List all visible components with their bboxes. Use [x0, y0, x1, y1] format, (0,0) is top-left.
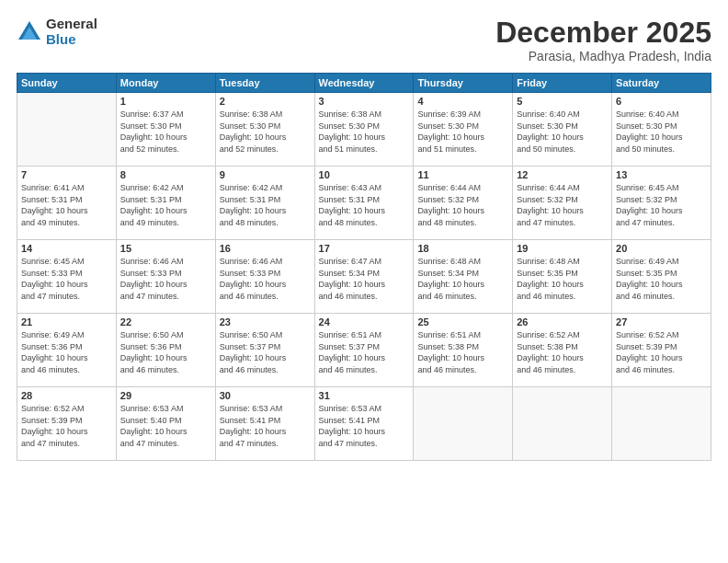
- calendar-week-row: 7Sunrise: 6:41 AM Sunset: 5:31 PM Daylig…: [17, 167, 711, 240]
- table-row: 23Sunrise: 6:50 AM Sunset: 5:37 PM Dayli…: [215, 314, 314, 387]
- logo-blue: Blue: [46, 32, 97, 48]
- table-row: 26Sunrise: 6:52 AM Sunset: 5:38 PM Dayli…: [513, 314, 612, 387]
- day-number: 31: [319, 390, 410, 401]
- calendar-week-row: 1Sunrise: 6:37 AM Sunset: 5:30 PM Daylig…: [17, 93, 711, 167]
- day-info: Sunrise: 6:40 AM Sunset: 5:30 PM Dayligh…: [616, 109, 707, 155]
- day-number: 20: [616, 243, 707, 254]
- day-info: Sunrise: 6:51 AM Sunset: 5:37 PM Dayligh…: [319, 329, 410, 375]
- day-number: 28: [21, 390, 112, 401]
- table-row: 22Sunrise: 6:50 AM Sunset: 5:36 PM Dayli…: [116, 314, 215, 387]
- location: Parasia, Madhya Pradesh, India: [495, 49, 711, 63]
- day-info: Sunrise: 6:52 AM Sunset: 5:38 PM Dayligh…: [517, 329, 608, 375]
- table-row: 13Sunrise: 6:45 AM Sunset: 5:32 PM Dayli…: [612, 167, 711, 240]
- day-info: Sunrise: 6:42 AM Sunset: 5:31 PM Dayligh…: [220, 182, 311, 228]
- logo: General Blue: [17, 17, 97, 47]
- header: General Blue December 2025 Parasia, Madh…: [17, 17, 711, 63]
- table-row: 4Sunrise: 6:39 AM Sunset: 5:30 PM Daylig…: [414, 93, 513, 167]
- day-number: 2: [220, 96, 311, 107]
- header-tuesday: Tuesday: [215, 74, 314, 93]
- day-info: Sunrise: 6:46 AM Sunset: 5:33 PM Dayligh…: [120, 256, 211, 302]
- calendar-table: Sunday Monday Tuesday Wednesday Thursday…: [17, 73, 711, 461]
- day-number: 6: [616, 96, 707, 107]
- day-number: 1: [120, 96, 211, 107]
- table-row: 31Sunrise: 6:53 AM Sunset: 5:41 PM Dayli…: [314, 387, 414, 461]
- table-row: 8Sunrise: 6:42 AM Sunset: 5:31 PM Daylig…: [116, 167, 215, 240]
- day-number: 25: [417, 316, 508, 327]
- day-info: Sunrise: 6:43 AM Sunset: 5:31 PM Dayligh…: [319, 182, 410, 228]
- day-number: 17: [319, 243, 410, 254]
- table-row: 19Sunrise: 6:48 AM Sunset: 5:35 PM Dayli…: [513, 240, 612, 314]
- day-info: Sunrise: 6:48 AM Sunset: 5:34 PM Dayligh…: [417, 256, 508, 302]
- day-number: 5: [517, 96, 608, 107]
- day-number: 22: [120, 316, 211, 327]
- table-row: 14Sunrise: 6:45 AM Sunset: 5:33 PM Dayli…: [17, 240, 117, 314]
- day-number: 21: [21, 316, 112, 327]
- day-info: Sunrise: 6:50 AM Sunset: 5:37 PM Dayligh…: [220, 329, 311, 375]
- day-info: Sunrise: 6:39 AM Sunset: 5:30 PM Dayligh…: [417, 109, 508, 155]
- day-number: 27: [616, 316, 707, 327]
- header-thursday: Thursday: [414, 74, 513, 93]
- logo-general: General: [46, 17, 97, 32]
- table-row: [612, 387, 711, 461]
- day-number: 26: [517, 316, 608, 327]
- table-row: 5Sunrise: 6:40 AM Sunset: 5:30 PM Daylig…: [513, 93, 612, 167]
- table-row: 3Sunrise: 6:38 AM Sunset: 5:30 PM Daylig…: [314, 93, 414, 167]
- day-info: Sunrise: 6:51 AM Sunset: 5:38 PM Dayligh…: [417, 329, 508, 375]
- table-row: 11Sunrise: 6:44 AM Sunset: 5:32 PM Dayli…: [414, 167, 513, 240]
- day-info: Sunrise: 6:38 AM Sunset: 5:30 PM Dayligh…: [319, 109, 410, 155]
- table-row: [414, 387, 513, 461]
- header-monday: Monday: [116, 74, 215, 93]
- month-title: December 2025: [495, 17, 711, 49]
- day-info: Sunrise: 6:50 AM Sunset: 5:36 PM Dayligh…: [120, 329, 211, 375]
- table-row: 29Sunrise: 6:53 AM Sunset: 5:40 PM Dayli…: [116, 387, 215, 461]
- day-number: 16: [220, 243, 311, 254]
- table-row: 6Sunrise: 6:40 AM Sunset: 5:30 PM Daylig…: [612, 93, 711, 167]
- table-row: [17, 93, 117, 167]
- table-row: 2Sunrise: 6:38 AM Sunset: 5:30 PM Daylig…: [215, 93, 314, 167]
- day-number: 29: [120, 390, 211, 401]
- calendar-header-row: Sunday Monday Tuesday Wednesday Thursday…: [17, 74, 711, 93]
- day-number: 9: [220, 169, 311, 180]
- table-row: 1Sunrise: 6:37 AM Sunset: 5:30 PM Daylig…: [116, 93, 215, 167]
- header-friday: Friday: [513, 74, 612, 93]
- table-row: 27Sunrise: 6:52 AM Sunset: 5:39 PM Dayli…: [612, 314, 711, 387]
- table-row: 25Sunrise: 6:51 AM Sunset: 5:38 PM Dayli…: [414, 314, 513, 387]
- day-info: Sunrise: 6:45 AM Sunset: 5:33 PM Dayligh…: [21, 256, 112, 302]
- table-row: 15Sunrise: 6:46 AM Sunset: 5:33 PM Dayli…: [116, 240, 215, 314]
- day-info: Sunrise: 6:37 AM Sunset: 5:30 PM Dayligh…: [120, 109, 211, 155]
- table-row: 10Sunrise: 6:43 AM Sunset: 5:31 PM Dayli…: [314, 167, 414, 240]
- header-saturday: Saturday: [612, 74, 711, 93]
- day-info: Sunrise: 6:38 AM Sunset: 5:30 PM Dayligh…: [220, 109, 311, 155]
- day-number: 12: [517, 169, 608, 180]
- day-info: Sunrise: 6:48 AM Sunset: 5:35 PM Dayligh…: [517, 256, 608, 302]
- table-row: 7Sunrise: 6:41 AM Sunset: 5:31 PM Daylig…: [17, 167, 117, 240]
- logo-text: General Blue: [46, 17, 97, 47]
- day-info: Sunrise: 6:47 AM Sunset: 5:34 PM Dayligh…: [319, 256, 410, 302]
- header-wednesday: Wednesday: [314, 74, 414, 93]
- table-row: 21Sunrise: 6:49 AM Sunset: 5:36 PM Dayli…: [17, 314, 117, 387]
- day-number: 3: [319, 96, 410, 107]
- table-row: 18Sunrise: 6:48 AM Sunset: 5:34 PM Dayli…: [414, 240, 513, 314]
- day-info: Sunrise: 6:44 AM Sunset: 5:32 PM Dayligh…: [417, 182, 508, 228]
- table-row: 28Sunrise: 6:52 AM Sunset: 5:39 PM Dayli…: [17, 387, 117, 461]
- day-number: 18: [417, 243, 508, 254]
- table-row: 20Sunrise: 6:49 AM Sunset: 5:35 PM Dayli…: [612, 240, 711, 314]
- day-info: Sunrise: 6:49 AM Sunset: 5:36 PM Dayligh…: [21, 329, 112, 375]
- day-info: Sunrise: 6:42 AM Sunset: 5:31 PM Dayligh…: [120, 182, 211, 228]
- day-info: Sunrise: 6:41 AM Sunset: 5:31 PM Dayligh…: [21, 182, 112, 228]
- table-row: 16Sunrise: 6:46 AM Sunset: 5:33 PM Dayli…: [215, 240, 314, 314]
- day-number: 11: [417, 169, 508, 180]
- day-info: Sunrise: 6:53 AM Sunset: 5:40 PM Dayligh…: [120, 403, 211, 449]
- day-number: 8: [120, 169, 211, 180]
- day-number: 13: [616, 169, 707, 180]
- day-number: 24: [319, 316, 410, 327]
- page: General Blue December 2025 Parasia, Madh…: [0, 0, 728, 563]
- title-block: December 2025 Parasia, Madhya Pradesh, I…: [495, 17, 711, 63]
- day-info: Sunrise: 6:44 AM Sunset: 5:32 PM Dayligh…: [517, 182, 608, 228]
- day-number: 14: [21, 243, 112, 254]
- calendar-week-row: 21Sunrise: 6:49 AM Sunset: 5:36 PM Dayli…: [17, 314, 711, 387]
- header-sunday: Sunday: [17, 74, 117, 93]
- day-info: Sunrise: 6:40 AM Sunset: 5:30 PM Dayligh…: [517, 109, 608, 155]
- day-info: Sunrise: 6:53 AM Sunset: 5:41 PM Dayligh…: [220, 403, 311, 449]
- calendar-week-row: 14Sunrise: 6:45 AM Sunset: 5:33 PM Dayli…: [17, 240, 711, 314]
